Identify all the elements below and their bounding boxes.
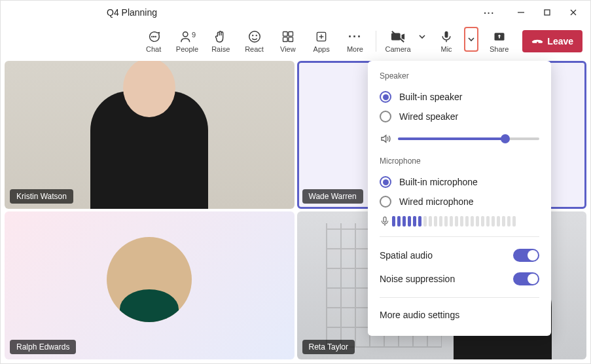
people-icon: 9 [180,29,194,44]
leave-label: Leave [547,36,573,46]
mic-section-label: Microphone [380,156,539,166]
speaker-option-builtin[interactable]: Built-in speaker [380,87,539,107]
camera-options-chevron[interactable] [416,29,429,44]
view-icon [281,29,295,44]
svg-point-4 [151,37,152,37]
svg-rect-1 [545,10,550,15]
share-button[interactable]: Share [482,29,516,53]
spatial-audio-label: Spatial audio [380,250,433,261]
radio-unselected-icon [380,196,391,208]
more-options-icon[interactable]: ··· [484,8,495,18]
mic-options-chevron[interactable] [464,27,478,52]
svg-rect-21 [384,217,386,222]
more-label: More [347,45,363,53]
raise-label: Raise [211,45,230,53]
camera-button[interactable]: Camera [380,29,416,53]
svg-rect-14 [289,37,293,42]
radio-unselected-icon [380,111,391,122]
speaker-option-label: Built-in speaker [399,92,463,102]
react-label: React [245,45,264,53]
spatial-audio-row[interactable]: Spatial audio [380,244,539,267]
view-label: View [280,45,296,53]
svg-point-9 [252,35,253,36]
more-audio-settings-link[interactable]: More audio settings [380,304,539,325]
more-icon: ··· [348,29,362,44]
share-icon [493,29,506,44]
speaker-option-wired[interactable]: Wired speaker [380,107,539,126]
svg-point-10 [256,35,257,36]
speaker-section-label: Speaker [380,71,539,81]
svg-rect-12 [289,32,293,37]
speaker-volume-icon [380,133,391,145]
spatial-audio-toggle[interactable] [513,249,539,262]
mic-option-wired[interactable]: Wired microphone [380,192,539,211]
camera-label: Camera [385,45,410,53]
minimize-button[interactable] [509,3,533,22]
toolbar-divider [376,31,376,52]
panel-divider [380,236,539,237]
speaker-option-label: Wired speaker [399,111,458,122]
apps-button[interactable]: Apps [304,29,338,53]
chat-button[interactable]: Chat [137,29,170,53]
participant-name: Ralph Edwards [10,340,76,354]
participant-name: Kristin Watson [10,189,73,204]
svg-rect-11 [283,32,287,37]
chat-icon [147,29,161,44]
view-button[interactable]: View [271,29,304,53]
mic-level-icon [380,215,390,227]
mic-option-label: Wired microphone [399,196,474,207]
people-label: People [176,45,198,53]
chat-label: Chat [146,45,161,53]
participant-name: Reta Taylor [302,340,355,354]
svg-point-6 [155,37,156,37]
speaker-volume-slider[interactable] [398,137,539,140]
svg-point-5 [153,37,154,37]
noise-suppression-label: Noise suppression [380,274,455,284]
share-label: Share [490,45,509,53]
mic-level-meter [380,215,539,227]
raise-button[interactable]: Raise [204,29,238,53]
title-bar: Q4 Planning ··· [1,1,590,24]
noise-suppression-row[interactable]: Noise suppression [380,267,539,291]
camera-off-icon [391,29,405,44]
mic-button[interactable]: Mic [429,29,464,53]
apps-icon [315,29,328,44]
react-icon [247,29,262,44]
radio-selected-icon [380,91,391,103]
meeting-toolbar: Chat 9 People Raise React View Apps ··· [1,24,590,58]
participant-tile[interactable]: Ralph Edwards [5,211,295,359]
noise-suppression-toggle[interactable] [513,272,539,285]
react-button[interactable]: React [238,29,271,53]
svg-rect-19 [445,31,448,38]
audio-settings-panel: Speaker Built-in speaker Wired speaker M… [368,61,551,336]
people-count: 9 [192,31,196,39]
svg-rect-13 [283,37,287,42]
svg-point-8 [249,31,260,43]
mic-label: Mic [440,45,452,53]
more-button[interactable]: ··· More [338,29,372,53]
svg-point-7 [183,32,188,37]
participant-name: Wade Warren [302,189,363,204]
meeting-title: Q4 Planning [107,7,157,18]
mic-icon [440,29,453,44]
panel-divider [380,297,539,298]
close-button[interactable] [562,3,585,22]
maximize-button[interactable] [535,3,559,22]
mic-option-builtin[interactable]: Built-in microphone [380,172,539,192]
participant-tile[interactable]: Kristin Watson [5,61,295,209]
apps-label: Apps [313,45,330,53]
people-button[interactable]: 9 People [170,29,204,53]
mic-option-label: Built-in microphone [399,177,478,187]
radio-selected-icon [380,176,391,188]
raise-hand-icon [213,29,228,44]
leave-icon [531,35,543,47]
leave-button[interactable]: Leave [522,30,582,52]
